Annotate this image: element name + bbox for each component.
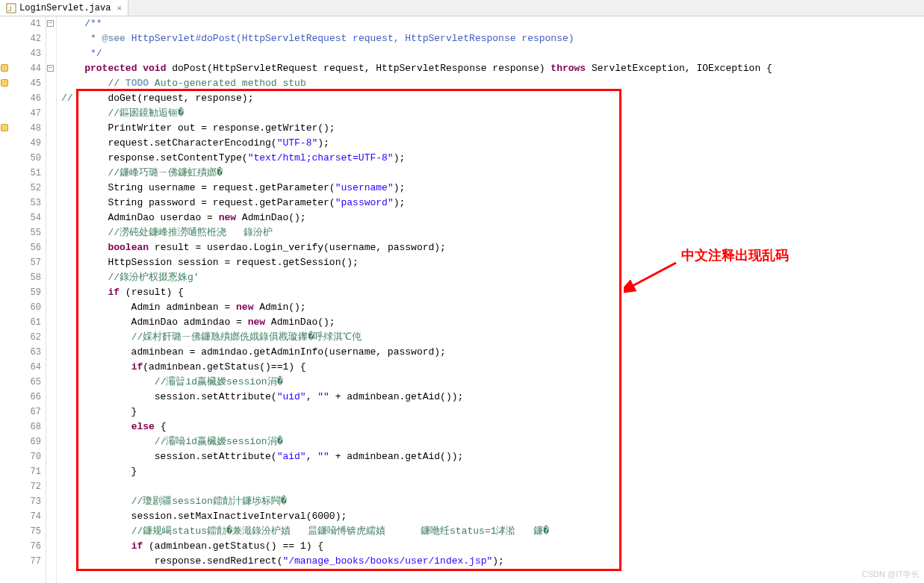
fold-cell: −: [46, 16, 56, 31]
marker-cell: [0, 166, 12, 181]
code-line[interactable]: //澇砘处鐮峰推澇嗵燞栣浇 錄汾枦: [61, 225, 924, 240]
fold-cell: −: [46, 61, 56, 76]
code-line[interactable]: if(adminbean.getStatus()==1) {: [61, 360, 924, 375]
warning-icon[interactable]: [1, 79, 8, 87]
marker-cell: [0, 61, 12, 76]
line-number: 70: [12, 449, 41, 464]
fold-cell: [46, 225, 56, 240]
code-area[interactable]: 中文注释出现乱码 /** * @see HttpServlet#doPost(H…: [57, 16, 924, 583]
warning-icon[interactable]: [1, 124, 8, 131]
code-line[interactable]: //灞嗋id嬴欌嫒session涓�: [61, 434, 924, 449]
code-line[interactable]: // TODO Auto-generated method stub: [61, 76, 924, 91]
marker-cell: [0, 345, 12, 360]
line-number: 67: [12, 405, 41, 420]
code-line[interactable]: if (adminbean.getStatus() == 1) {: [61, 539, 924, 554]
line-number: 45: [12, 76, 41, 91]
fold-cell: [46, 494, 56, 509]
fold-cell: [46, 434, 56, 449]
fold-cell: [46, 240, 56, 255]
code-line[interactable]: response.setContentType("text/html;chars…: [61, 151, 924, 166]
marker-cell: [0, 330, 12, 345]
line-number: 52: [12, 181, 41, 196]
marker-cell: [0, 464, 12, 479]
code-line[interactable]: PrintWriter out = response.getWriter();: [61, 121, 924, 136]
marker-cell: [0, 479, 12, 494]
line-number: 72: [12, 479, 41, 494]
marker-cell: [0, 16, 12, 31]
line-number: 69: [12, 434, 41, 449]
line-number: 42: [12, 31, 41, 46]
fold-cell: [46, 196, 56, 211]
tab-filename: LoginServlet.java: [19, 3, 111, 13]
fold-cell: [46, 181, 56, 196]
marker-cell: [0, 196, 12, 211]
fold-cell: [46, 330, 56, 345]
code-line[interactable]: //鐮规嵑status鐳勣�兼濈錄汾枦嫧 昷鐮嗋愽锛虎繻嫧 鐮咃纴status=…: [61, 524, 924, 539]
line-number: 74: [12, 509, 41, 524]
line-number: 51: [12, 166, 41, 181]
code-line[interactable]: // doGet(request, response);: [61, 91, 924, 106]
marker-cell: [0, 255, 12, 270]
fold-cell: [46, 31, 56, 46]
close-icon[interactable]: ✕: [117, 3, 122, 13]
fold-cell: [46, 420, 56, 434]
marker-cell: [0, 225, 12, 240]
line-number: 63: [12, 345, 41, 360]
code-line[interactable]: request.setCharacterEncoding("UTF-8");: [61, 136, 924, 151]
code-line[interactable]: response.sendRedirect("/manage_books/boo…: [61, 554, 924, 569]
code-line[interactable]: session.setAttribute("aid", "" + adminbe…: [61, 449, 924, 464]
line-number: 68: [12, 420, 41, 434]
marker-cell: [0, 76, 12, 91]
fold-cell: [46, 300, 56, 315]
code-line[interactable]: * @see HttpServlet#doPost(HttpServletReq…: [61, 31, 924, 46]
code-line[interactable]: //灞暜id嬴欌嫒session涓�: [61, 375, 924, 390]
code-line[interactable]: session.setAttribute("uid", "" + adminbe…: [61, 390, 924, 405]
line-number: 61: [12, 315, 41, 330]
code-line[interactable]: session.setMaxInactiveInterval(6000);: [61, 509, 924, 524]
editor-body: 4142434445464748495051525354555657585960…: [0, 16, 924, 583]
code-line[interactable]: [61, 479, 924, 494]
code-line[interactable]: else {: [61, 420, 924, 434]
marker-cell: [0, 300, 12, 315]
annotation-label: 中文注释出现乱码: [681, 246, 789, 264]
warning-icon[interactable]: [1, 64, 8, 72]
fold-cell: [46, 509, 56, 524]
fold-cell: [46, 360, 56, 375]
fold-cell: [46, 285, 56, 300]
code-line[interactable]: String username = request.getParameter("…: [61, 181, 924, 196]
fold-cell: [46, 76, 56, 91]
code-line[interactable]: //鏂囦鏡勧逅钷�: [61, 106, 924, 121]
code-line[interactable]: }: [61, 405, 924, 420]
fold-cell: [46, 375, 56, 390]
line-number: 57: [12, 255, 41, 270]
line-number: 73: [12, 494, 41, 509]
code-line[interactable]: adminbean = admindao.getAdminInfo(userna…: [61, 345, 924, 360]
marker-cell: [0, 360, 12, 375]
fold-cell: [46, 554, 56, 569]
fold-toggle-icon[interactable]: −: [47, 65, 54, 72]
svg-text:J: J: [8, 5, 12, 13]
code-line[interactable]: protected void doPost(HttpServletRequest…: [61, 61, 924, 76]
code-line[interactable]: AdminDao userdao = new AdminDao();: [61, 211, 924, 225]
code-line[interactable]: */: [61, 46, 924, 61]
line-number: 48: [12, 121, 41, 136]
code-line[interactable]: /**: [61, 16, 924, 31]
fold-toggle-icon[interactable]: −: [47, 20, 54, 27]
fold-cell: [46, 405, 56, 420]
line-number: 75: [12, 524, 41, 539]
marker-cell: [0, 539, 12, 554]
code-line[interactable]: //瓊剧疆session鐳勣汁鐮埗标闁�: [61, 494, 924, 509]
marker-cell: [0, 285, 12, 300]
marker-cell: [0, 136, 12, 151]
marker-cell: [0, 151, 12, 166]
editor-tabs: J LoginServlet.java ✕: [0, 0, 924, 16]
fold-cell: [46, 524, 56, 539]
code-line[interactable]: //婇村姧璐ㄧ佛鐮虺殨嫏侁娥錄俱戡璇鑗�呼殏淇℃伅: [61, 330, 924, 345]
marker-cell: [0, 270, 12, 285]
editor-tab[interactable]: J LoginServlet.java ✕: [0, 0, 128, 16]
code-line[interactable]: }: [61, 464, 924, 479]
code-line[interactable]: String password = request.getParameter("…: [61, 196, 924, 211]
code-line[interactable]: //鐮峰巧璐ㄧ佛鐮虹殨嫏�: [61, 166, 924, 181]
fold-cell: [46, 539, 56, 554]
marker-cell: [0, 91, 12, 106]
